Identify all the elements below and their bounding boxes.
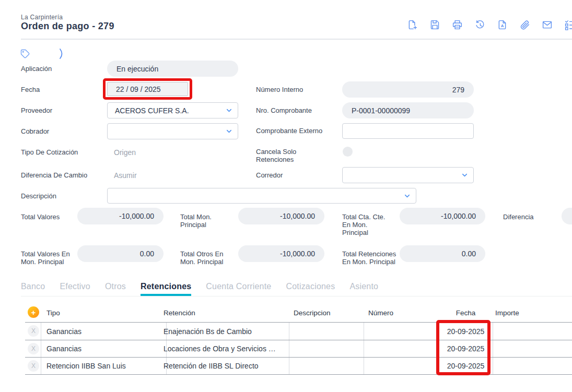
- tab-banco[interactable]: Banco: [21, 282, 45, 296]
- tag-icon[interactable]: [20, 49, 30, 59]
- cell-retencion[interactable]: Enajenación Bs de Cambio: [164, 323, 252, 340]
- aplicacion-value: En ejecución: [107, 61, 238, 77]
- total-otros-mp-value: -10,000.00: [238, 245, 324, 262]
- cell-tipo[interactable]: Ganancias: [46, 340, 81, 357]
- total-cta-cte-text: -10,000.00: [441, 212, 476, 220]
- corredor-label: Corredor: [256, 171, 283, 179]
- checklist-icon[interactable]: [564, 19, 572, 30]
- cell-tipo[interactable]: Ganancias: [46, 323, 81, 340]
- delete-row-button[interactable]: X: [28, 360, 39, 372]
- delete-row-button[interactable]: X: [28, 343, 39, 354]
- aplicacion-label: Aplicación: [21, 65, 52, 73]
- cell-tipo[interactable]: Retencion IIBB San Luis: [46, 358, 126, 374]
- total-retenciones-mp-label: Total Retenciones En Mon. Principal: [342, 250, 402, 266]
- tab-otros[interactable]: Otros: [105, 282, 126, 296]
- cell-retencion[interactable]: Retención de IIBB SL Directo: [164, 358, 259, 374]
- tipo-cotizacion-label: Tipo De Cotización: [21, 148, 78, 156]
- total-valores-mp-value: 0.00: [77, 245, 164, 262]
- aplicacion-text: En ejecución: [116, 65, 158, 73]
- col-header-tipo: Tipo: [46, 309, 60, 317]
- cell-importe[interactable]: 0.00: [493, 358, 572, 374]
- print-icon[interactable]: [452, 19, 463, 30]
- tab-cuenta-corriente[interactable]: Cuenta Corriente: [206, 282, 271, 296]
- header-divider: [21, 39, 572, 40]
- cobrador-label: Cobrador: [21, 127, 49, 135]
- table-row[interactable]: X Retencion IIBB San Luis Retención de I…: [25, 357, 572, 374]
- cancela-solo-retenciones-label: Cancela Solo Retenciones: [256, 148, 316, 163]
- cell-importe[interactable]: 0.00: [493, 340, 572, 357]
- attachment-icon[interactable]: [519, 19, 530, 30]
- diferencia-cambio-value: Asumir: [114, 171, 137, 180]
- retenciones-table: X Ganancias Enajenación Bs de Cambio 20-…: [25, 322, 572, 375]
- cell-fecha[interactable]: 20-09-2025: [439, 323, 493, 340]
- total-valores-label: Total Valores: [21, 213, 60, 221]
- total-retenciones-mp-text: 0.00: [462, 250, 476, 258]
- document-preview-icon[interactable]: A: [497, 19, 508, 30]
- fecha-input[interactable]: 22 / 09 / 2025: [107, 82, 188, 96]
- history-icon[interactable]: [474, 19, 485, 30]
- save-icon[interactable]: [429, 19, 440, 30]
- descripcion-select[interactable]: [107, 188, 416, 204]
- proveedor-label: Proveedor: [21, 106, 52, 114]
- col-header-importe: Importe: [495, 309, 519, 317]
- diferencia-label: Diferencia: [503, 213, 534, 221]
- total-retenciones-mp-value: 0.00: [400, 245, 485, 262]
- col-header-fecha: Fecha: [439, 309, 493, 317]
- tab-retenciones[interactable]: Retenciones: [141, 282, 191, 296]
- add-row-button[interactable]: +: [28, 306, 39, 318]
- total-valores-text: -10,000.00: [119, 212, 154, 220]
- payment-order-page: La Carpintería Orden de pago - 279: [0, 0, 572, 392]
- cell-fecha[interactable]: 20-09-2025: [439, 358, 493, 374]
- total-otros-mp-text: -10,000.00: [280, 250, 315, 258]
- total-valores-value: -10,000.00: [77, 208, 164, 224]
- new-document-icon[interactable]: [407, 19, 418, 30]
- expand-chevron-icon[interactable]: [59, 48, 66, 60]
- fecha-label: Fecha: [21, 86, 40, 93]
- cancela-solo-retenciones-toggle: [343, 147, 353, 157]
- comprobante-externo-input[interactable]: [342, 123, 474, 139]
- company-name: La Carpintería: [21, 14, 63, 21]
- cell-retencion[interactable]: Locaciones de Obra y Servicios …: [164, 340, 276, 357]
- email-icon[interactable]: [542, 19, 553, 30]
- col-header-retencion: Retención: [164, 309, 195, 317]
- page-title: Orden de pago - 279: [21, 21, 114, 32]
- total-mon-principal-value: -10,000.00: [238, 208, 324, 224]
- table-row[interactable]: X Ganancias Enajenación Bs de Cambio 20-…: [25, 323, 572, 340]
- tabs-underline: [21, 296, 572, 296]
- cobrador-select[interactable]: [107, 123, 238, 139]
- total-mon-principal-text: -10,000.00: [280, 212, 315, 220]
- svg-text:A: A: [501, 23, 504, 28]
- diferencia-cambio-label: Diferencia De Cambio: [21, 171, 87, 179]
- corredor-select[interactable]: [342, 167, 474, 183]
- chevron-down-icon: [225, 127, 233, 135]
- tab-bar: Banco Efectivo Otros Retenciones Cuenta …: [21, 282, 378, 296]
- total-valores-mp-label: Total Valores En Mon. Principal: [21, 250, 78, 266]
- tab-cotizaciones[interactable]: Cotizaciones: [286, 282, 335, 296]
- total-otros-mp-label: Total Otros En Mon. Principal: [180, 250, 238, 266]
- proveedor-select[interactable]: ACEROS CUFER S.A.: [107, 102, 238, 118]
- chevron-down-icon: [461, 171, 469, 179]
- diferencia-value: [562, 208, 572, 224]
- tab-asiento[interactable]: Asiento: [349, 282, 378, 296]
- chevron-down-icon: [225, 106, 233, 114]
- tab-efectivo[interactable]: Efectivo: [60, 282, 90, 296]
- table-row[interactable]: X Ganancias Locaciones de Obra y Servici…: [25, 340, 572, 357]
- delete-row-button[interactable]: X: [28, 325, 39, 337]
- col-header-descripcion: Descripcion: [294, 309, 331, 317]
- tipo-cotizacion-value: Origen: [114, 148, 136, 157]
- nro-comprobante-text: P-0001-00000099: [352, 106, 410, 115]
- col-header-numero: Número: [368, 309, 393, 317]
- total-valores-mp-text: 0.00: [140, 250, 154, 258]
- nro-comprobante-label: Nro. Comprobante: [256, 106, 312, 114]
- proveedor-value: ACEROS CUFER S.A.: [115, 106, 189, 115]
- cell-importe[interactable]: 0.00: [493, 323, 572, 340]
- total-cta-cte-label: Total Cta. Cte. En Mon. Principal: [342, 213, 394, 236]
- numero-interno-label: Número Interno: [256, 86, 303, 93]
- total-mon-principal-label: Total Mon. Principal: [180, 213, 228, 229]
- total-cta-cte-value: -10,000.00: [400, 208, 485, 224]
- numero-interno-value: 279: [342, 81, 474, 98]
- cell-fecha[interactable]: 20-09-2025: [439, 340, 493, 357]
- toolbar: A: [407, 19, 572, 30]
- numero-interno-text: 279: [452, 86, 464, 94]
- descripcion-label: Descripción: [21, 192, 56, 200]
